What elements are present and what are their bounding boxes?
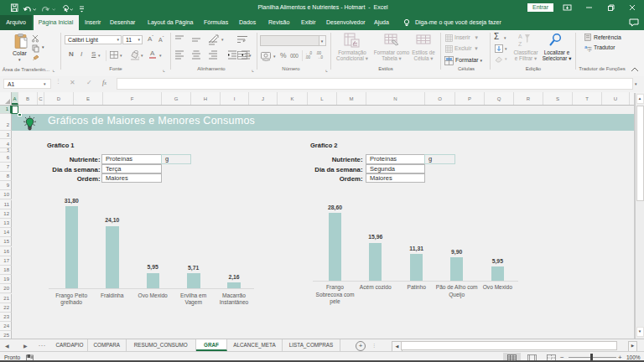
svg-text:Z: Z — [518, 41, 522, 47]
svg-text:A: A — [518, 34, 522, 39]
svg-text:字: 字 — [587, 46, 592, 52]
